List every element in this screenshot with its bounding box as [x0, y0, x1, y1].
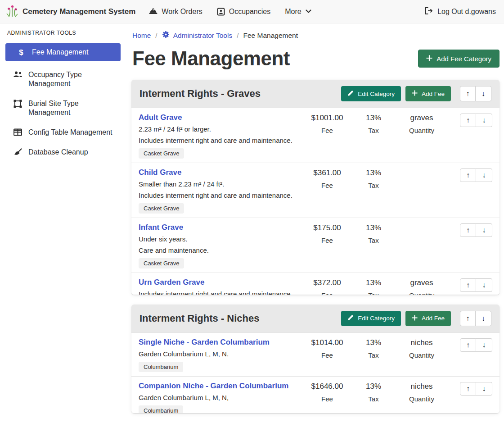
fee-amount-label: Fee — [301, 291, 354, 295]
move-fee-up-button[interactable]: ↑ — [460, 278, 476, 292]
fee-info: Child Grave Smaller than 2.23 m² / 24 ft… — [139, 168, 301, 214]
fee-reorder-group: ↑ ↓ — [460, 168, 492, 182]
fee-amount: $361.00 — [301, 168, 354, 177]
category-header: Interment Rights - Niches Edit Category — [131, 305, 500, 332]
nav-label: Occupancies — [229, 8, 271, 16]
pencil-icon — [347, 90, 354, 98]
page-header: Fee Management Add Fee Category — [132, 47, 500, 70]
move-fee-up-button[interactable]: ↑ — [460, 223, 476, 237]
quantity-cell: graves Quantity — [393, 113, 450, 159]
move-fee-up-button[interactable]: ↑ — [460, 168, 476, 182]
nav-label: More — [285, 8, 301, 16]
fee-name-link[interactable]: Infant Grave — [139, 223, 183, 232]
sidebar-item-config-table-management[interactable]: Config Table Management — [5, 124, 121, 141]
move-category-down-button[interactable]: ↓ — [476, 311, 491, 326]
breadcrumb-admin-tools[interactable]: Administrator Tools — [162, 31, 233, 40]
breadcrumb-home[interactable]: Home — [132, 32, 151, 40]
fee-amount: $1001.00 — [301, 114, 354, 123]
breadcrumb-separator: / — [237, 32, 238, 40]
move-fee-up-button[interactable]: ↑ — [460, 382, 476, 396]
chevron-down-icon — [306, 9, 311, 14]
fee-name-link[interactable]: Adult Grave — [139, 113, 182, 122]
fee-info: Adult Grave 2.23 m² / 24 ft² or larger. … — [139, 113, 301, 159]
fee-amount-label: Fee — [301, 395, 354, 403]
pencil-icon — [347, 314, 354, 322]
sidebar-item-burial-site-type-management[interactable]: Burial Site Type Management — [5, 96, 121, 121]
fee-amount-label: Fee — [301, 182, 354, 189]
fee-type-badge: Columbarium — [139, 362, 183, 372]
fee-amount-cell: $372.00 Fee — [301, 278, 354, 295]
fee-actions: ↑ ↓ — [450, 338, 492, 372]
fee-name-link[interactable]: Single Niche - Garden Columbarium — [139, 338, 270, 347]
quantity-cell: graves Quantity — [393, 278, 450, 295]
move-fee-down-button[interactable]: ↓ — [476, 338, 492, 352]
category-reorder-group: ↑ ↓ — [460, 311, 491, 326]
fee-name-link[interactable]: Companion Niche - Garden Columbarium — [139, 382, 288, 391]
app-window: Cemetery Management System Work Orders — [0, 0, 504, 423]
logout-button[interactable]: Log Out d.gowans — [424, 7, 496, 17]
move-category-up-button[interactable]: ↑ — [460, 86, 476, 101]
fee-actions: ↑ ↓ — [450, 113, 492, 159]
sidebar-item-label: Config Table Management — [28, 128, 112, 137]
category-actions: Edit Category Add Fee ↑ ↓ — [341, 311, 491, 326]
tax-label: Tax — [354, 237, 393, 244]
fee-category-card: Interment Rights - Niches Edit Category — [131, 305, 500, 413]
breadcrumb: Home / — [132, 31, 500, 40]
move-fee-up-button[interactable]: ↑ — [460, 338, 476, 352]
nav-more[interactable]: More — [285, 8, 311, 16]
fee-description: 2.23 m² / 24 ft² or larger. — [139, 125, 301, 133]
button-label: Add Fee Category — [436, 55, 491, 63]
table-grid-icon — [13, 128, 22, 136]
fee-description: Garden Columbarium L, M, N. — [139, 350, 301, 358]
sidebar-item-database-cleanup[interactable]: Database Cleanup — [5, 144, 121, 160]
fee-amount: $1646.00 — [301, 382, 354, 391]
fee-name-link[interactable]: Child Grave — [139, 168, 181, 177]
fee-name-link[interactable]: Urn Garden Grave — [139, 278, 204, 287]
sidebar-item-fee-management[interactable]: $ Fee Management — [5, 43, 121, 61]
fee-type-badge: Columbarium — [139, 405, 183, 413]
tax-value: 13% — [354, 168, 393, 177]
nav-occupancies[interactable]: Occupancies — [217, 8, 271, 16]
edit-category-button[interactable]: Edit Category — [341, 86, 401, 101]
move-fee-down-button[interactable]: ↓ — [476, 168, 492, 182]
tax-cell: 13% Tax — [354, 113, 393, 159]
nav-work-orders[interactable]: Work Orders — [149, 8, 202, 16]
fee-amount-cell: $1014.00 Fee — [301, 338, 354, 372]
add-fee-category-button[interactable]: Add Fee Category — [418, 50, 500, 68]
move-category-up-button[interactable]: ↑ — [460, 311, 476, 326]
vector-square-icon — [13, 100, 22, 108]
nav-label: Work Orders — [162, 8, 202, 16]
add-fee-button[interactable]: Add Fee — [405, 86, 451, 101]
move-fee-up-button[interactable]: ↑ — [460, 114, 476, 127]
move-fee-down-button[interactable]: ↓ — [476, 278, 492, 292]
breadcrumb-separator: / — [155, 32, 157, 40]
quantity-cell: niches Quantity — [393, 338, 450, 372]
fee-description: Garden Columbarium L, M, N, — [139, 393, 301, 402]
quantity-label: Quantity — [393, 351, 450, 359]
fee-amount: $372.00 — [301, 278, 354, 287]
fee-info: Single Niche - Garden Columbarium Garden… — [139, 338, 301, 372]
sidebar-item-label: Fee Management — [32, 48, 88, 57]
fee-reorder-group: ↑ ↓ — [460, 223, 492, 237]
top-navbar: Cemetery Management System Work Orders — [0, 0, 504, 23]
edit-category-button[interactable]: Edit Category — [341, 311, 401, 326]
tax-label: Tax — [354, 395, 393, 403]
logout-label: Log Out d.gowans — [437, 8, 496, 16]
button-label: Edit Category — [358, 91, 395, 97]
brand-link[interactable]: Cemetery Management System — [6, 4, 135, 19]
fee-row: Companion Niche - Garden Columbarium Gar… — [131, 376, 500, 413]
move-fee-down-button[interactable]: ↓ — [476, 114, 492, 127]
move-fee-down-button[interactable]: ↓ — [476, 223, 492, 237]
fee-amount-label: Fee — [301, 237, 354, 244]
move-fee-down-button[interactable]: ↓ — [476, 382, 492, 396]
move-category-down-button[interactable]: ↓ — [476, 86, 491, 101]
fee-reorder-group: ↑ ↓ — [460, 382, 492, 396]
button-label: Edit Category — [358, 315, 395, 322]
fee-reorder-group: ↑ ↓ — [460, 114, 492, 127]
fee-amount-label: Fee — [301, 351, 354, 359]
tulip-bouquet-icon — [6, 4, 18, 19]
sidebar-item-occupancy-type-management[interactable]: Occupancy Type Management — [5, 67, 121, 92]
add-fee-button[interactable]: Add Fee — [405, 311, 451, 326]
category-reorder-group: ↑ ↓ — [460, 86, 491, 101]
dollar-sign-icon: $ — [16, 48, 26, 57]
